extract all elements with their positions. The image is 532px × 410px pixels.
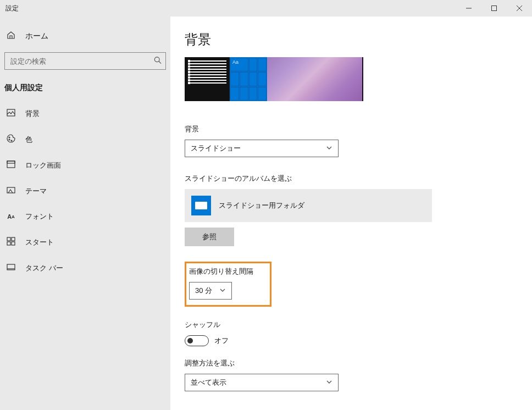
sidebar-item-label: 色 <box>25 135 32 145</box>
album-name: スライドショー用フォルダ <box>219 201 304 210</box>
lockscreen-icon <box>7 160 15 170</box>
themes-icon <box>7 186 15 196</box>
browse-button-label: 参照 <box>202 232 217 242</box>
window-title: 設定 <box>5 4 19 13</box>
sidebar-item-label: 背景 <box>25 109 40 119</box>
sidebar-item-label: フォント <box>25 212 54 221</box>
chevron-down-icon <box>326 379 332 387</box>
shuffle-toggle[interactable] <box>185 335 209 346</box>
close-button[interactable] <box>507 0 532 16</box>
sidebar-item-label: ロック画面 <box>25 160 61 170</box>
svg-rect-14 <box>12 237 15 241</box>
maximize-button[interactable] <box>481 0 507 16</box>
browse-button[interactable]: 参照 <box>185 228 234 246</box>
search-icon <box>154 57 162 66</box>
interval-dropdown[interactable]: 30 分 <box>189 282 232 300</box>
home-button[interactable]: ホーム <box>0 26 170 46</box>
sidebar-item-background[interactable]: 背景 <box>0 101 170 126</box>
home-label: ホーム <box>25 31 48 41</box>
preview-sample-text-tile: Aa <box>230 58 248 71</box>
home-icon <box>7 31 15 41</box>
content: 背景 Aa 背景 スライドショー スライドショーのアルバムを選ぶ スライドショー… <box>170 16 532 410</box>
sidebar-item-colors[interactable]: 色 <box>0 126 170 152</box>
taskbar-icon <box>7 263 15 273</box>
sidebar-item-lockscreen[interactable]: ロック画面 <box>0 152 170 178</box>
chevron-down-icon <box>326 145 332 153</box>
svg-rect-10 <box>7 161 15 168</box>
background-preview: Aa <box>185 57 363 101</box>
page-title: 背景 <box>185 31 532 48</box>
titlebar: 設定 <box>0 0 532 16</box>
sidebar-item-taskbar[interactable]: タスク バー <box>0 255 170 281</box>
svg-line-5 <box>159 61 161 63</box>
search-input[interactable] <box>4 52 166 70</box>
sidebar-item-fonts[interactable]: AA フォント <box>0 204 170 229</box>
svg-rect-11 <box>7 161 15 163</box>
background-dropdown-label: 背景 <box>185 124 532 134</box>
fit-dropdown[interactable]: 並べて表示 <box>185 374 339 391</box>
sidebar-item-label: スタート <box>25 237 54 247</box>
interval-highlight: 画像の切り替え間隔 30 分 <box>185 262 271 307</box>
svg-rect-1 <box>492 6 497 11</box>
sidebar-item-start[interactable]: スタート <box>0 229 170 255</box>
preview-tiles-mock: Aa <box>230 57 267 101</box>
interval-label: 画像の切り替え間隔 <box>189 267 263 276</box>
palette-icon <box>7 134 15 145</box>
search-wrap <box>4 52 166 70</box>
interval-value: 30 分 <box>195 286 212 296</box>
background-dropdown-value: スライドショー <box>191 143 241 153</box>
album-label: スライドショーのアルバムを選ぶ <box>185 174 532 184</box>
sidebar-item-themes[interactable]: テーマ <box>0 178 170 204</box>
minimize-button[interactable] <box>456 0 481 16</box>
preview-sidebar-mock <box>185 57 230 101</box>
sidebar: ホーム 個人用設定 背景 色 ロック画面 テーマ <box>0 16 170 410</box>
sidebar-item-label: タスク バー <box>25 263 63 273</box>
svg-rect-16 <box>12 242 15 245</box>
svg-rect-13 <box>7 237 10 241</box>
sidebar-item-label: テーマ <box>25 186 47 196</box>
svg-point-9 <box>11 140 12 141</box>
chevron-down-icon <box>219 287 226 295</box>
window-controls <box>456 0 532 16</box>
fonts-icon: AA <box>7 212 15 221</box>
fit-label: 調整方法を選ぶ <box>185 358 532 368</box>
toggle-knob <box>187 338 193 343</box>
sidebar-section-title: 個人用設定 <box>0 80 170 101</box>
svg-rect-15 <box>7 242 10 245</box>
fit-value: 並べて表示 <box>191 378 226 387</box>
svg-point-7 <box>9 137 10 138</box>
album-row[interactable]: スライドショー用フォルダ <box>185 189 432 222</box>
preview-wallpaper <box>267 57 363 101</box>
shuffle-label: シャッフル <box>185 320 532 330</box>
start-icon <box>7 237 15 247</box>
svg-point-8 <box>9 139 10 140</box>
folder-icon <box>191 196 211 215</box>
background-dropdown[interactable]: スライドショー <box>185 140 339 157</box>
nav-list: 背景 色 ロック画面 テーマ AA フォント スタート <box>0 101 170 281</box>
shuffle-value: オフ <box>214 336 229 346</box>
picture-icon <box>7 108 15 119</box>
